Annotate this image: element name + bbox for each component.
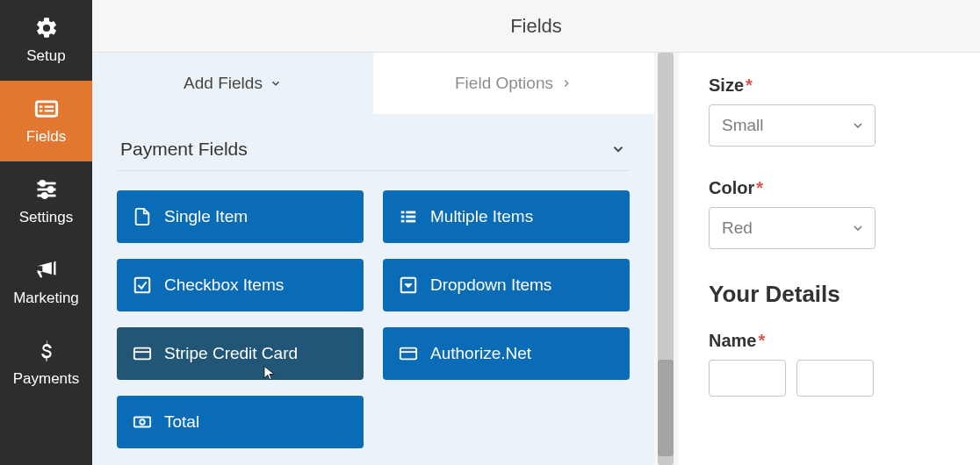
svg-point-6: [40, 181, 44, 185]
size-label: Size*: [709, 75, 950, 96]
sidebar-label: Fields: [26, 128, 66, 146]
name-first-input[interactable]: [709, 360, 786, 397]
svg-rect-23: [134, 418, 150, 427]
sidebar-label: Marketing: [13, 290, 79, 307]
dollar-icon: [34, 339, 59, 363]
svg-rect-4: [44, 110, 53, 111]
sliders-icon: [34, 177, 59, 202]
size-select[interactable]: Small: [709, 104, 876, 147]
svg-rect-2: [44, 106, 53, 108]
credit-card-icon: [133, 344, 152, 363]
sidebar-item-fields[interactable]: Fields: [0, 81, 92, 161]
svg-rect-17: [135, 278, 150, 293]
checkbox-icon: [133, 275, 152, 295]
field-stripe-credit-card[interactable]: Stripe Credit Card: [117, 327, 364, 380]
page-title: Fields: [92, 0, 980, 53]
field-checkbox-items[interactable]: Checkbox Items: [117, 259, 364, 311]
svg-rect-11: [401, 211, 405, 214]
scrollbar[interactable]: [654, 53, 679, 465]
svg-point-24: [140, 419, 145, 425]
sidebar-label: Payments: [13, 370, 80, 388]
sidebar-item-marketing[interactable]: Marketing: [0, 242, 92, 323]
list-icon: [399, 207, 418, 226]
section-payment-fields[interactable]: Payment Fields: [117, 123, 630, 171]
gear-icon: [34, 16, 59, 40]
cash-icon: [133, 412, 152, 432]
svg-rect-3: [39, 110, 42, 111]
chevron-right-icon: [560, 77, 573, 89]
scrollbar-thumb[interactable]: [658, 360, 674, 456]
dropdown-icon: [399, 275, 418, 295]
svg-rect-16: [406, 220, 415, 223]
builder-panel: Add Fields Field Options Payment Fields: [92, 53, 654, 465]
sidebar-item-settings[interactable]: Settings: [0, 161, 92, 242]
color-label: Color*: [709, 178, 950, 198]
credit-card-icon: [399, 344, 418, 363]
tab-add-fields[interactable]: Add Fields: [92, 53, 373, 114]
chevron-down-icon: [270, 77, 282, 89]
sidebar-label: Setup: [26, 47, 65, 65]
svg-point-10: [42, 193, 47, 197]
field-total[interactable]: Total: [117, 396, 364, 448]
list-icon: [34, 97, 59, 121]
sidebar: Setup Fields Settings Marketing Payments: [0, 0, 92, 465]
chevron-down-icon: [851, 118, 865, 132]
your-details-heading: Your Details: [709, 281, 950, 308]
svg-rect-15: [401, 220, 405, 223]
svg-rect-1: [39, 106, 42, 108]
section-title: Payment Fields: [120, 139, 248, 160]
preview-panel: Size* Small Color* Red Your Details Name…: [679, 53, 980, 465]
name-last-input[interactable]: [796, 360, 874, 397]
sidebar-item-payments[interactable]: Payments: [0, 323, 92, 404]
svg-rect-19: [134, 348, 150, 360]
field-dropdown-items[interactable]: Dropdown Items: [383, 259, 630, 311]
svg-rect-13: [401, 216, 405, 218]
field-authorize-net[interactable]: Authorize.Net: [383, 327, 630, 380]
svg-rect-0: [36, 102, 56, 116]
field-multiple-items[interactable]: Multiple Items: [383, 190, 630, 243]
field-single-item[interactable]: Single Item: [117, 190, 364, 243]
chevron-down-icon: [610, 141, 626, 157]
tab-field-options[interactable]: Field Options: [373, 53, 654, 114]
svg-rect-12: [406, 211, 415, 214]
chevron-down-icon: [851, 221, 865, 235]
color-select[interactable]: Red: [709, 207, 876, 249]
bullhorn-icon: [34, 258, 59, 283]
svg-rect-14: [406, 216, 415, 218]
sidebar-label: Settings: [19, 209, 73, 226]
name-label: Name*: [709, 331, 950, 351]
svg-rect-21: [400, 348, 416, 360]
file-icon: [133, 207, 152, 226]
sidebar-item-setup[interactable]: Setup: [0, 0, 92, 81]
svg-point-8: [48, 187, 53, 191]
